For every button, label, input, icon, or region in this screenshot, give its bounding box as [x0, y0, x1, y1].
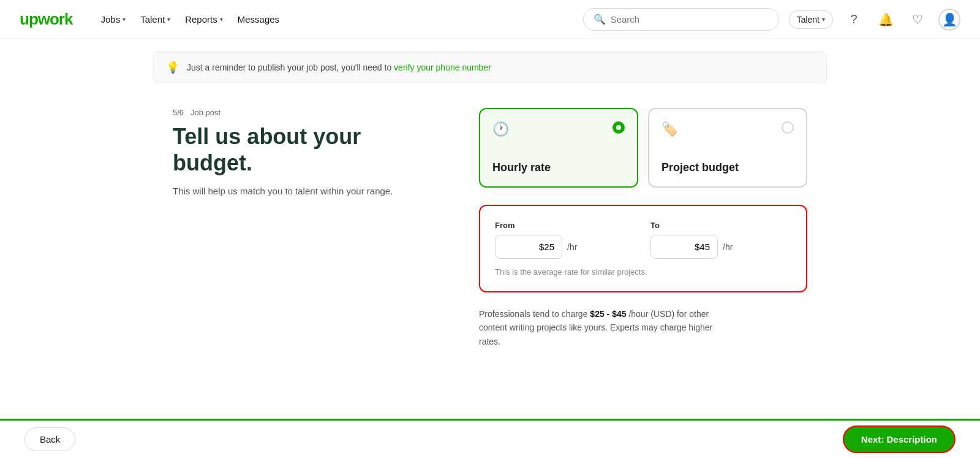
nav-reports[interactable]: Reports ▾: [179, 9, 229, 29]
main-content: 5/6 Job post Tell us about your budget. …: [153, 96, 827, 397]
from-input-wrap: /hr: [495, 235, 636, 259]
chevron-down-icon: ▾: [822, 16, 825, 23]
budget-options: 🕐 Hourly rate 🏷️ Project budget: [479, 108, 807, 188]
search-bar: 🔍: [583, 8, 779, 31]
notifications-button[interactable]: 🔔: [875, 9, 897, 31]
search-input[interactable]: [611, 14, 769, 25]
lightbulb-icon: 💡: [166, 61, 179, 74]
chevron-down-icon: ▾: [123, 16, 126, 23]
pro-info: Professionals tend to charge $25 - $45 /…: [479, 307, 736, 348]
rate-form: From /hr To /hr This is the average rate…: [479, 205, 807, 292]
from-rate-group: From /hr: [495, 221, 636, 259]
hourly-rate-label: Hourly rate: [492, 161, 625, 174]
nav-right: 🔍 Talent ▾ ? 🔔 ♡ 👤: [583, 8, 960, 31]
clock-icon: 🕐: [492, 121, 509, 137]
nav-talent[interactable]: Talent ▾: [134, 9, 176, 29]
verify-phone-link[interactable]: verify your phone number: [394, 63, 491, 72]
nav-messages[interactable]: Messages: [232, 9, 285, 29]
chevron-down-icon: ▾: [167, 16, 170, 23]
rate-hint: This is the average rate for similar pro…: [495, 267, 791, 277]
right-panel: 🕐 Hourly rate 🏷️ Project budget From: [479, 108, 807, 348]
project-budget-label: Project budget: [662, 161, 794, 174]
talent-filter-dropdown[interactable]: Talent ▾: [789, 10, 833, 29]
step-label: 5/6 Job post: [173, 108, 430, 117]
page-subtitle: This will help us match you to talent wi…: [173, 186, 430, 196]
to-input-wrap: /hr: [650, 235, 791, 259]
to-rate-input[interactable]: [650, 235, 718, 259]
project-budget-card[interactable]: 🏷️ Project budget: [648, 108, 807, 188]
navbar: upwork Jobs ▾ Talent ▾ Reports ▾ Message…: [0, 0, 980, 39]
upwork-logo[interactable]: upwork: [20, 10, 72, 29]
left-panel: 5/6 Job post Tell us about your budget. …: [173, 108, 430, 196]
rate-row: From /hr To /hr: [495, 221, 791, 259]
page-title: Tell us about your budget.: [173, 123, 430, 176]
tag-icon: 🏷️: [662, 121, 678, 137]
nav-links: Jobs ▾ Talent ▾ Reports ▾ Messages: [94, 9, 565, 29]
from-label: From: [495, 221, 636, 230]
hourly-rate-card[interactable]: 🕐 Hourly rate: [479, 108, 638, 188]
help-button[interactable]: ?: [843, 9, 865, 31]
project-radio[interactable]: [782, 121, 794, 134]
reminder-banner: 💡 Just a reminder to publish your job po…: [153, 52, 827, 83]
nav-jobs[interactable]: Jobs ▾: [94, 9, 132, 29]
search-icon: 🔍: [594, 13, 606, 25]
user-avatar[interactable]: 👤: [938, 9, 960, 31]
favorites-button[interactable]: ♡: [907, 9, 929, 31]
from-rate-input[interactable]: [495, 235, 562, 259]
to-unit: /hr: [723, 242, 733, 252]
hourly-radio[interactable]: [612, 121, 625, 134]
chevron-down-icon: ▾: [220, 16, 223, 23]
to-rate-group: To /hr: [650, 221, 791, 259]
to-label: To: [650, 221, 791, 230]
from-unit: /hr: [567, 242, 577, 252]
